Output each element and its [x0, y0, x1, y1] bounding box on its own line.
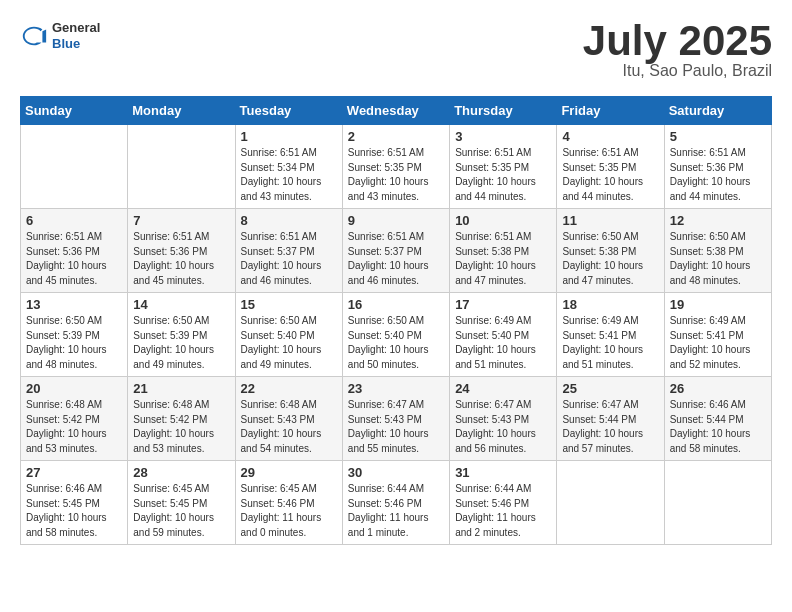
day-info: Sunrise: 6:51 AM Sunset: 5:35 PM Dayligh… [455, 146, 551, 204]
day-of-week-header: Thursday [450, 97, 557, 125]
logo-blue: Blue [52, 36, 100, 52]
day-info: Sunrise: 6:47 AM Sunset: 5:44 PM Dayligh… [562, 398, 658, 456]
day-number: 19 [670, 297, 766, 312]
day-info: Sunrise: 6:49 AM Sunset: 5:41 PM Dayligh… [670, 314, 766, 372]
day-of-week-header: Friday [557, 97, 664, 125]
day-info: Sunrise: 6:51 AM Sunset: 5:36 PM Dayligh… [26, 230, 122, 288]
day-of-week-header: Tuesday [235, 97, 342, 125]
calendar-cell: 21Sunrise: 6:48 AM Sunset: 5:42 PM Dayli… [128, 377, 235, 461]
day-of-week-header: Monday [128, 97, 235, 125]
day-number: 10 [455, 213, 551, 228]
day-number: 30 [348, 465, 444, 480]
logo-icon [20, 22, 48, 50]
day-number: 14 [133, 297, 229, 312]
calendar-cell [128, 125, 235, 209]
logo-general: General [52, 20, 100, 36]
logo-text: General Blue [52, 20, 100, 51]
day-info: Sunrise: 6:46 AM Sunset: 5:45 PM Dayligh… [26, 482, 122, 540]
calendar-cell: 30Sunrise: 6:44 AM Sunset: 5:46 PM Dayli… [342, 461, 449, 545]
day-number: 21 [133, 381, 229, 396]
calendar-week-row: 13Sunrise: 6:50 AM Sunset: 5:39 PM Dayli… [21, 293, 772, 377]
day-info: Sunrise: 6:45 AM Sunset: 5:45 PM Dayligh… [133, 482, 229, 540]
day-number: 22 [241, 381, 337, 396]
day-info: Sunrise: 6:46 AM Sunset: 5:44 PM Dayligh… [670, 398, 766, 456]
calendar-cell [21, 125, 128, 209]
day-number: 27 [26, 465, 122, 480]
day-info: Sunrise: 6:49 AM Sunset: 5:40 PM Dayligh… [455, 314, 551, 372]
logo: General Blue [20, 20, 100, 51]
month-title: July 2025 [583, 20, 772, 62]
day-info: Sunrise: 6:51 AM Sunset: 5:35 PM Dayligh… [562, 146, 658, 204]
calendar-week-row: 27Sunrise: 6:46 AM Sunset: 5:45 PM Dayli… [21, 461, 772, 545]
calendar-cell: 14Sunrise: 6:50 AM Sunset: 5:39 PM Dayli… [128, 293, 235, 377]
calendar-cell: 23Sunrise: 6:47 AM Sunset: 5:43 PM Dayli… [342, 377, 449, 461]
calendar-cell: 25Sunrise: 6:47 AM Sunset: 5:44 PM Dayli… [557, 377, 664, 461]
calendar-cell: 4Sunrise: 6:51 AM Sunset: 5:35 PM Daylig… [557, 125, 664, 209]
calendar-cell: 1Sunrise: 6:51 AM Sunset: 5:34 PM Daylig… [235, 125, 342, 209]
calendar-cell [664, 461, 771, 545]
day-info: Sunrise: 6:51 AM Sunset: 5:37 PM Dayligh… [241, 230, 337, 288]
calendar-cell: 31Sunrise: 6:44 AM Sunset: 5:46 PM Dayli… [450, 461, 557, 545]
day-number: 16 [348, 297, 444, 312]
calendar-week-row: 20Sunrise: 6:48 AM Sunset: 5:42 PM Dayli… [21, 377, 772, 461]
calendar-cell: 8Sunrise: 6:51 AM Sunset: 5:37 PM Daylig… [235, 209, 342, 293]
calendar-cell: 10Sunrise: 6:51 AM Sunset: 5:38 PM Dayli… [450, 209, 557, 293]
day-number: 17 [455, 297, 551, 312]
day-info: Sunrise: 6:51 AM Sunset: 5:35 PM Dayligh… [348, 146, 444, 204]
day-info: Sunrise: 6:50 AM Sunset: 5:38 PM Dayligh… [670, 230, 766, 288]
calendar-cell: 9Sunrise: 6:51 AM Sunset: 5:37 PM Daylig… [342, 209, 449, 293]
day-number: 13 [26, 297, 122, 312]
day-number: 18 [562, 297, 658, 312]
day-info: Sunrise: 6:49 AM Sunset: 5:41 PM Dayligh… [562, 314, 658, 372]
calendar-cell: 2Sunrise: 6:51 AM Sunset: 5:35 PM Daylig… [342, 125, 449, 209]
day-number: 5 [670, 129, 766, 144]
day-info: Sunrise: 6:51 AM Sunset: 5:34 PM Dayligh… [241, 146, 337, 204]
calendar-cell: 27Sunrise: 6:46 AM Sunset: 5:45 PM Dayli… [21, 461, 128, 545]
day-of-week-header: Saturday [664, 97, 771, 125]
calendar-cell: 28Sunrise: 6:45 AM Sunset: 5:45 PM Dayli… [128, 461, 235, 545]
calendar-cell: 16Sunrise: 6:50 AM Sunset: 5:40 PM Dayli… [342, 293, 449, 377]
day-info: Sunrise: 6:51 AM Sunset: 5:36 PM Dayligh… [133, 230, 229, 288]
day-number: 3 [455, 129, 551, 144]
page-header: General Blue July 2025 Itu, Sao Paulo, B… [20, 20, 772, 80]
day-info: Sunrise: 6:50 AM Sunset: 5:39 PM Dayligh… [26, 314, 122, 372]
day-info: Sunrise: 6:47 AM Sunset: 5:43 PM Dayligh… [455, 398, 551, 456]
location: Itu, Sao Paulo, Brazil [583, 62, 772, 80]
day-number: 31 [455, 465, 551, 480]
day-of-week-header: Sunday [21, 97, 128, 125]
day-number: 23 [348, 381, 444, 396]
calendar-cell: 13Sunrise: 6:50 AM Sunset: 5:39 PM Dayli… [21, 293, 128, 377]
calendar-cell: 11Sunrise: 6:50 AM Sunset: 5:38 PM Dayli… [557, 209, 664, 293]
day-number: 12 [670, 213, 766, 228]
calendar-cell [557, 461, 664, 545]
calendar-week-row: 1Sunrise: 6:51 AM Sunset: 5:34 PM Daylig… [21, 125, 772, 209]
calendar-cell: 18Sunrise: 6:49 AM Sunset: 5:41 PM Dayli… [557, 293, 664, 377]
calendar-cell: 7Sunrise: 6:51 AM Sunset: 5:36 PM Daylig… [128, 209, 235, 293]
calendar-cell: 24Sunrise: 6:47 AM Sunset: 5:43 PM Dayli… [450, 377, 557, 461]
calendar-cell: 26Sunrise: 6:46 AM Sunset: 5:44 PM Dayli… [664, 377, 771, 461]
day-info: Sunrise: 6:48 AM Sunset: 5:42 PM Dayligh… [26, 398, 122, 456]
calendar-week-row: 6Sunrise: 6:51 AM Sunset: 5:36 PM Daylig… [21, 209, 772, 293]
calendar-cell: 19Sunrise: 6:49 AM Sunset: 5:41 PM Dayli… [664, 293, 771, 377]
calendar: SundayMondayTuesdayWednesdayThursdayFrid… [20, 96, 772, 545]
day-info: Sunrise: 6:44 AM Sunset: 5:46 PM Dayligh… [348, 482, 444, 540]
day-info: Sunrise: 6:45 AM Sunset: 5:46 PM Dayligh… [241, 482, 337, 540]
day-number: 25 [562, 381, 658, 396]
day-number: 1 [241, 129, 337, 144]
day-number: 11 [562, 213, 658, 228]
day-number: 9 [348, 213, 444, 228]
calendar-cell: 17Sunrise: 6:49 AM Sunset: 5:40 PM Dayli… [450, 293, 557, 377]
day-number: 29 [241, 465, 337, 480]
day-info: Sunrise: 6:50 AM Sunset: 5:40 PM Dayligh… [241, 314, 337, 372]
day-number: 6 [26, 213, 122, 228]
title-block: July 2025 Itu, Sao Paulo, Brazil [583, 20, 772, 80]
calendar-cell: 5Sunrise: 6:51 AM Sunset: 5:36 PM Daylig… [664, 125, 771, 209]
day-of-week-header: Wednesday [342, 97, 449, 125]
day-number: 20 [26, 381, 122, 396]
day-info: Sunrise: 6:48 AM Sunset: 5:43 PM Dayligh… [241, 398, 337, 456]
calendar-cell: 15Sunrise: 6:50 AM Sunset: 5:40 PM Dayli… [235, 293, 342, 377]
day-info: Sunrise: 6:47 AM Sunset: 5:43 PM Dayligh… [348, 398, 444, 456]
calendar-cell: 6Sunrise: 6:51 AM Sunset: 5:36 PM Daylig… [21, 209, 128, 293]
day-number: 15 [241, 297, 337, 312]
day-number: 24 [455, 381, 551, 396]
